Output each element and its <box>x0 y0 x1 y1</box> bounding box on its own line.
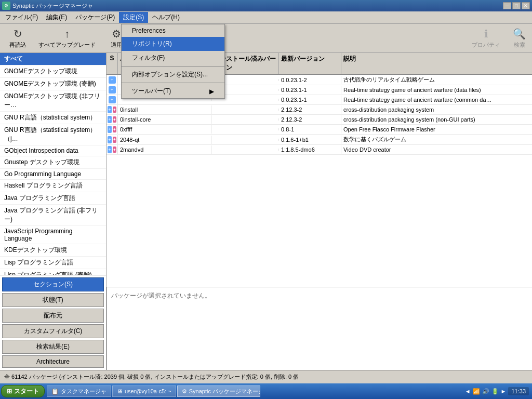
minimize-button[interactable]: ─ <box>503 2 511 9</box>
taskbar-item-terminal[interactable]: 🖥 user@vy10a-c5: ~ <box>112 385 176 397</box>
upgrade-all-button[interactable]: ↑ すべてアップグレード <box>34 26 100 51</box>
pkg-status-icon: + <box>109 96 116 103</box>
table-row[interactable]: + ✦ 2048-qt 0.1.6-1+b1 数学に基くパズルゲーム <box>107 135 532 145</box>
pkg-latest: 0.0.23.1-1 <box>279 96 341 104</box>
menu-help[interactable]: ヘルプ(H) <box>148 12 184 23</box>
filter-custom-button[interactable]: カスタムフィルタ(C) <box>2 324 104 338</box>
menu-filter[interactable]: フィルタ(F) <box>122 51 224 65</box>
menu-package[interactable]: パッケージ(P) <box>71 12 119 23</box>
filter-architecture-button[interactable]: Architecture <box>2 355 104 368</box>
maximize-button[interactable]: □ <box>512 2 521 9</box>
pkg-status: + ✦ <box>107 105 118 114</box>
sidebar-item-java-nonfree[interactable]: Java プログラミング言語 (非フリー) <box>0 205 106 226</box>
pkg-desc: cross-distribution packaging system (non… <box>341 115 532 124</box>
menu-separator <box>122 66 224 66</box>
network-icon: 📶 <box>473 388 480 395</box>
pkg-installed <box>211 118 279 121</box>
sidebar-item-gobject[interactable]: GObject Introspection data <box>0 145 106 156</box>
title-bar-buttons: ─ □ ✕ <box>503 2 530 9</box>
pkg-latest: 0.0.23.1-2 <box>279 76 341 84</box>
settings-dropdown: Preferences リポジトリ(R) フィルタ(F) 内部オプションを設定(… <box>121 24 225 99</box>
taskbar-items: 📋 タスクマネージャ 🖥 user@vy10a-c5: ~ ⚙ Synaptic… <box>47 385 463 397</box>
properties-button[interactable]: ℹ プロパティ <box>468 25 504 51</box>
sidebar-item-javascript[interactable]: JavaScript Programming Language <box>0 226 106 244</box>
menu-edit[interactable]: 編集(E) <box>42 12 71 23</box>
sidebar-item-go[interactable]: Go Programming Language <box>0 169 106 180</box>
menu-settings[interactable]: 設定(S) <box>119 12 148 23</box>
title-bar: ⚙ Synaptic パッケージマネージャ ─ □ ✕ <box>0 0 532 11</box>
description-text: パッケージが選択されていません。 <box>111 292 211 299</box>
submenu-arrow-icon: ▶ <box>209 88 214 95</box>
menu-internal-options[interactable]: 内部オプションを設定(S)... <box>122 68 224 82</box>
sidebar-item-all[interactable]: すべて <box>0 53 106 65</box>
filter-origin-button[interactable]: 配布元 <box>2 309 104 323</box>
pkg-status-icon: + <box>109 86 116 94</box>
pkg-status-icon: + <box>108 126 112 133</box>
pkg-status-icon2: ✦ <box>113 116 116 123</box>
menu-toolbar[interactable]: ツールバー(T) ▶ <box>122 84 224 98</box>
properties-label: プロパティ <box>472 41 500 49</box>
sidebar-item-gnome-nonfree[interactable]: GNOMEデスクトップ環境 (非フリー… <box>0 90 106 112</box>
pkg-desc: Real-time strategy game of ancient warfa… <box>341 86 532 94</box>
sidebar-item-gnur2[interactable]: GNU R言語（statistical system）（j… <box>0 124 106 145</box>
menu-bar: ファイル(F) 編集(E) パッケージ(P) 設定(S) ヘルプ(H) <box>0 11 532 24</box>
taskbar-item-synaptic[interactable]: ⚙ Synaptic パッケージマネージャ <box>177 385 260 397</box>
table-row[interactable]: + ✦ 0install 2.12.3-2 cross-distribution… <box>107 105 532 115</box>
pkg-status-icon: + <box>108 146 112 153</box>
filter-section-button[interactable]: セクション(S) <box>2 277 104 291</box>
search-button[interactable]: 🔍 検索 <box>509 25 530 51</box>
menu-file[interactable]: ファイル(F) <box>1 12 42 23</box>
search-label: 検索 <box>514 41 525 49</box>
sidebar-item-gnome-contrib[interactable]: GNOMEデスクトップ環境 (寄贈) <box>0 78 106 90</box>
sidebar-filter-buttons: セクション(S) 状態(T) 配布元 カスタムフィルタ(C) 検索結果(E) A… <box>0 275 106 370</box>
sidebar-item-lisp[interactable]: Lisp プログラミング言語 <box>0 257 106 269</box>
reload-icon: ↻ <box>14 28 22 40</box>
reload-label: 再読込 <box>9 41 26 49</box>
pkg-status-icon: + <box>108 106 112 113</box>
pkg-status-icon: + <box>108 136 112 143</box>
pkg-status-icon2: ✦ <box>113 126 116 132</box>
taskbar-item-icon: 🖥 <box>117 388 123 394</box>
filter-state-button[interactable]: 状態(T) <box>2 293 104 307</box>
close-button[interactable]: ✕ <box>522 2 530 9</box>
pkg-installed <box>211 149 279 151</box>
sidebar-item-haskell[interactable]: Haskell プログラミング言語 <box>0 180 106 192</box>
sidebar-item-java[interactable]: Java プログラミング言語 <box>0 192 106 205</box>
sidebar-item-lisp-contrib[interactable]: Lisp プログラミング言語 (寄贈) <box>0 269 106 275</box>
properties-icon: ℹ <box>484 28 488 40</box>
menu-repository[interactable]: リポジトリ(R) <box>122 37 224 51</box>
sidebar-item-kde[interactable]: KDEデスクトップ環境 <box>0 244 106 257</box>
table-row[interactable]: + ✦ 0install-core 2.12.3-2 cross-distrib… <box>107 115 532 125</box>
taskbar-item-taskmanager[interactable]: 📋 タスクマネージャ <box>47 385 111 397</box>
pkg-latest: 2.12.3-2 <box>279 105 341 114</box>
filter-results-button[interactable]: 検索結果(E) <box>2 340 104 354</box>
pkg-desc: cross-distribution packaging system <box>341 105 532 114</box>
sidebar-item-gnome[interactable]: GNOMEデスクトップ環境 <box>0 65 106 78</box>
volume-icon: 🔊 <box>482 388 489 395</box>
pkg-desc: 古代戦争のリアルタイム戦略ゲーム <box>341 75 532 85</box>
apply-icon: ⚙ <box>112 28 121 40</box>
pkg-desc: Real-time strategy game of ancient warfa… <box>341 96 532 104</box>
pkg-status-icon: + <box>108 116 112 123</box>
menu-toolbar-label: ツールバー(T) <box>132 87 171 96</box>
apply-label: 適用 <box>111 41 122 49</box>
pkg-installed <box>211 128 279 130</box>
pkg-installed <box>211 109 279 111</box>
sidebar: すべて GNOMEデスクトップ環境 GNOMEデスクトップ環境 (寄贈) GNO… <box>0 53 107 370</box>
header-s: S <box>107 53 118 74</box>
taskbar-item-icon: ⚙ <box>182 388 187 395</box>
table-row[interactable]: + ✦ 0xffff 0.8-1 Open Free Fiasco Firmwa… <box>107 125 532 135</box>
table-row[interactable]: + ✦ 2mandvd 1:1.8.5-dmo6 Video DVD creat… <box>107 145 532 155</box>
menu-preferences[interactable]: Preferences <box>122 24 224 37</box>
taskbar-item-label: Synaptic パッケージマネージャ <box>189 388 260 395</box>
pkg-latest: 0.1.6-1+b1 <box>279 136 341 144</box>
package-area: S パッケージ名 インストール済みバージョン 最新バージョン 説明 + 0.0.… <box>107 53 532 370</box>
reload-button[interactable]: ↻ 再読込 <box>2 25 33 51</box>
taskbar-arrow-right: ► <box>501 388 507 394</box>
sidebar-item-gnur1[interactable]: GNU R言語（statistical system） <box>0 112 106 124</box>
pkg-status: + ✦ <box>107 125 118 134</box>
pkg-name: 2mandvd <box>118 145 211 154</box>
pkg-status: + <box>107 75 118 85</box>
start-button[interactable]: ⊞ スタート <box>1 385 45 397</box>
sidebar-item-gnustep[interactable]: Gnustep デスクトップ環境 <box>0 156 106 169</box>
